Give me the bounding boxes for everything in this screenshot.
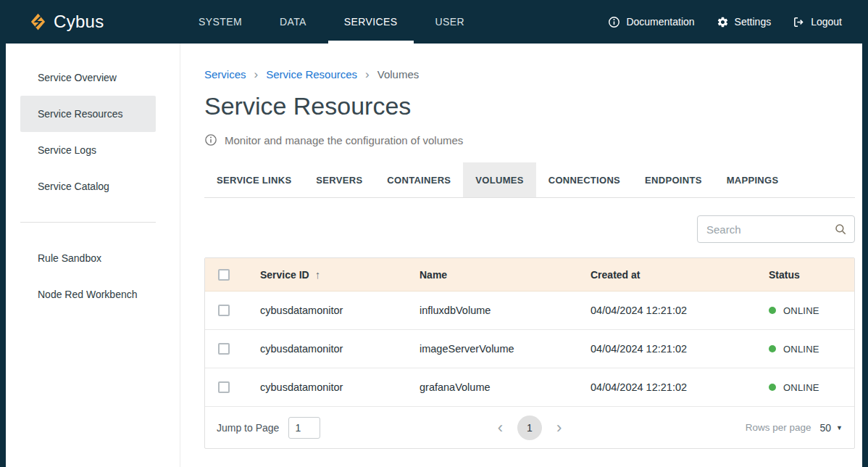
jump-to-page: Jump to Page — [217, 417, 495, 439]
breadcrumb-service-resources[interactable]: Service Resources — [266, 68, 357, 80]
volumes-table: Service ID ↑ Name Created at Status cybu… — [204, 257, 855, 449]
cell-service-id: cybusdatamonitor — [249, 305, 408, 316]
cell-status: ONLINE — [757, 305, 854, 316]
chevron-right-icon: › — [365, 68, 370, 80]
tab-volumes[interactable]: VOLUMES — [463, 162, 535, 197]
sidebar-item-service-catalog[interactable]: Service Catalog — [20, 168, 156, 204]
documentation-label: Documentation — [626, 16, 694, 28]
rows-per-page: Rows per page 50 ▼ — [746, 422, 843, 434]
nav-services[interactable]: SERVICES — [328, 0, 414, 44]
nav-user[interactable]: USER — [420, 0, 481, 44]
sidebar-item-service-overview[interactable]: Service Overview — [20, 59, 156, 96]
cell-service-id: cybusdatamonitor — [249, 381, 408, 393]
app-body: Service Overview Service Resources Servi… — [0, 44, 868, 467]
documentation-link[interactable]: Documentation — [608, 16, 694, 28]
row-checkbox[interactable] — [218, 305, 230, 316]
column-header-status[interactable]: Status — [757, 269, 854, 281]
select-all-checkbox[interactable] — [218, 269, 230, 281]
cybus-logo-icon — [30, 12, 46, 31]
status-online-dot — [769, 384, 776, 391]
tab-servers[interactable]: SERVERS — [304, 162, 375, 197]
info-circle-icon — [204, 133, 217, 146]
tab-connections[interactable]: CONNECTIONS — [536, 162, 633, 197]
settings-label: Settings — [735, 16, 772, 28]
brand-name: Cybus — [54, 12, 104, 32]
table-footer: Jump to Page ‹ 1 › Rows per page 50 ▼ — [205, 407, 854, 448]
status-badge: ONLINE — [783, 344, 819, 355]
cell-name: imageServerVolume — [408, 343, 579, 355]
logout-label: Logout — [811, 16, 842, 28]
cell-service-id: cybusdatamonitor — [249, 343, 408, 355]
jump-to-page-label: Jump to Page — [217, 422, 279, 434]
column-header-name[interactable]: Name — [408, 269, 579, 281]
brand[interactable]: Cybus — [0, 0, 180, 44]
tab-bar: SERVICE LINKS SERVERS CONTAINERS VOLUMES… — [204, 162, 855, 198]
breadcrumb-services[interactable]: Services — [204, 68, 246, 80]
page-title: Service Resources — [204, 92, 855, 120]
caret-down-icon: ▼ — [836, 424, 843, 431]
pager: ‹ 1 › — [495, 416, 565, 440]
cell-status: ONLINE — [757, 344, 854, 355]
sidebar-divider — [20, 222, 156, 223]
page-subtitle: Monitor and manage the configuration of … — [225, 134, 463, 146]
row-checkbox[interactable] — [218, 343, 230, 355]
logout-icon — [793, 16, 805, 28]
info-circle-icon — [608, 16, 620, 28]
tab-mappings[interactable]: MAPPINGS — [714, 162, 791, 197]
tab-endpoints[interactable]: ENDPOINTS — [633, 162, 714, 197]
table-header-row: Service ID ↑ Name Created at Status — [205, 258, 854, 292]
breadcrumb-volumes: Volumes — [377, 68, 420, 80]
search-input[interactable] — [706, 223, 834, 236]
chevron-right-icon: › — [254, 68, 259, 80]
cell-created-at: 04/04/2024 12:21:02 — [579, 343, 757, 355]
cell-name: influxdbVolume — [408, 305, 579, 316]
jump-to-page-input[interactable] — [288, 417, 320, 439]
status-badge: ONLINE — [783, 305, 819, 316]
status-online-dot — [769, 345, 776, 352]
rows-per-page-select[interactable]: 50 ▼ — [820, 422, 843, 434]
rows-per-page-value: 50 — [820, 422, 832, 434]
column-header-created-at[interactable]: Created at — [579, 269, 757, 281]
current-page-button[interactable]: 1 — [517, 416, 542, 440]
row-checkbox[interactable] — [218, 381, 230, 393]
column-label: Service ID — [260, 269, 309, 281]
breadcrumb: Services › Service Resources › Volumes — [204, 68, 855, 80]
cell-name: grafanaVolume — [408, 381, 579, 393]
status-badge: ONLINE — [783, 382, 819, 393]
gear-icon — [717, 16, 729, 28]
cell-created-at: 04/04/2024 12:21:02 — [579, 305, 757, 316]
sidebar-item-node-red-workbench[interactable]: Node Red Workbench — [20, 276, 156, 313]
cell-created-at: 04/04/2024 12:21:02 — [579, 381, 757, 393]
settings-link[interactable]: Settings — [717, 16, 772, 28]
page-subtitle-row: Monitor and manage the configuration of … — [204, 133, 855, 146]
tab-containers[interactable]: CONTAINERS — [375, 162, 463, 197]
status-online-dot — [769, 307, 776, 314]
search-icon[interactable] — [834, 223, 847, 236]
sidebar-item-service-resources[interactable]: Service Resources — [20, 96, 156, 132]
tab-service-links[interactable]: SERVICE LINKS — [204, 162, 304, 197]
sidebar-item-rule-sandbox[interactable]: Rule Sandbox — [20, 240, 156, 276]
top-nav-bar: Cybus SYSTEM DATA SERVICES USER Document… — [0, 0, 868, 44]
cell-status: ONLINE — [757, 382, 854, 393]
rows-per-page-label: Rows per page — [746, 422, 811, 433]
previous-page-button[interactable]: ‹ — [495, 420, 506, 436]
table-row[interactable]: cybusdatamonitor grafanaVolume 04/04/202… — [205, 368, 854, 407]
table-row[interactable]: cybusdatamonitor imageServerVolume 04/04… — [205, 330, 854, 368]
sidebar-item-service-logs[interactable]: Service Logs — [20, 132, 156, 168]
search-row — [204, 215, 855, 243]
table-row[interactable]: cybusdatamonitor influxdbVolume 04/04/20… — [205, 292, 854, 330]
main-nav: SYSTEM DATA SERVICES USER — [180, 0, 483, 44]
next-page-button[interactable]: › — [554, 420, 564, 436]
sidebar: Service Overview Service Resources Servi… — [6, 44, 180, 467]
sort-ascending-icon[interactable]: ↑ — [315, 268, 321, 281]
header-actions: Documentation Settings Logout — [608, 0, 868, 44]
column-header-service-id[interactable]: Service ID ↑ — [249, 268, 408, 281]
nav-system[interactable]: SYSTEM — [183, 0, 258, 44]
main-content: Services › Service Resources › Volumes S… — [180, 44, 862, 467]
search-box — [697, 215, 855, 243]
nav-data[interactable]: DATA — [264, 0, 322, 44]
logout-link[interactable]: Logout — [793, 16, 842, 28]
